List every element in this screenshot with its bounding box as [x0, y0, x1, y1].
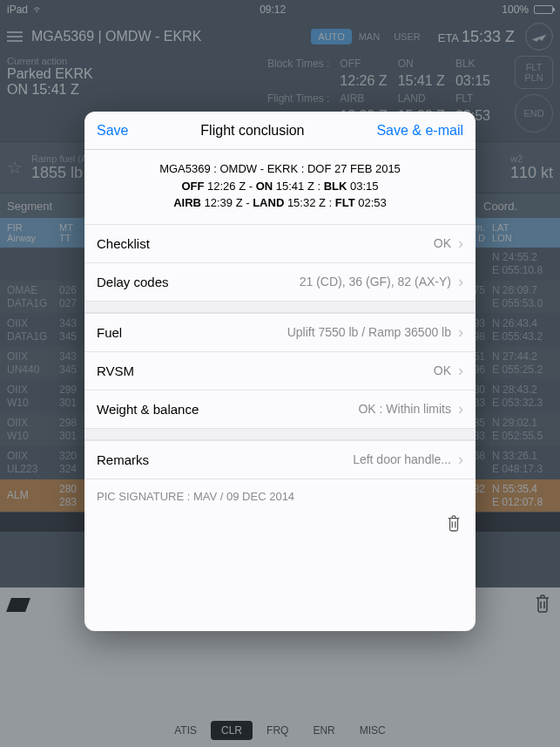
chevron-right-icon: › [458, 451, 463, 469]
flight-summary: MGA5369 : OMDW - EKRK : DOF 27 FEB 2015 … [84, 150, 476, 224]
row-remarks[interactable]: Remarks Left door handle... › [84, 440, 476, 479]
save-email-button[interactable]: Save & e-mail [376, 123, 463, 139]
row-checklist[interactable]: Checklist OK › [84, 224, 476, 262]
chevron-right-icon: › [458, 400, 463, 418]
chevron-right-icon: › [458, 362, 463, 380]
chevron-right-icon: › [458, 323, 463, 342]
row-fuel[interactable]: Fuel Uplift 7550 lb / Ramp 36500 lb › [84, 313, 476, 351]
row-delay-codes[interactable]: Delay codes 21 (CD), 36 (GF), 82 (AX-Y) … [84, 262, 476, 301]
chevron-right-icon: › [458, 234, 463, 253]
chevron-right-icon: › [458, 273, 463, 291]
modal-header: Save Flight conclusion Save & e-mail [84, 112, 476, 150]
modal-title: Flight conclusion [200, 123, 304, 139]
row-rvsm[interactable]: RVSM OK › [84, 351, 476, 390]
delete-signature-button[interactable] [84, 513, 476, 536]
flight-conclusion-modal: Save Flight conclusion Save & e-mail MGA… [84, 112, 476, 631]
row-weight-balance[interactable]: Weight & balance OK : Within limits › [84, 390, 476, 428]
save-button[interactable]: Save [97, 123, 128, 139]
row-signature: PIC SIGNATURE : MAV / 09 DEC 2014 [84, 479, 476, 513]
